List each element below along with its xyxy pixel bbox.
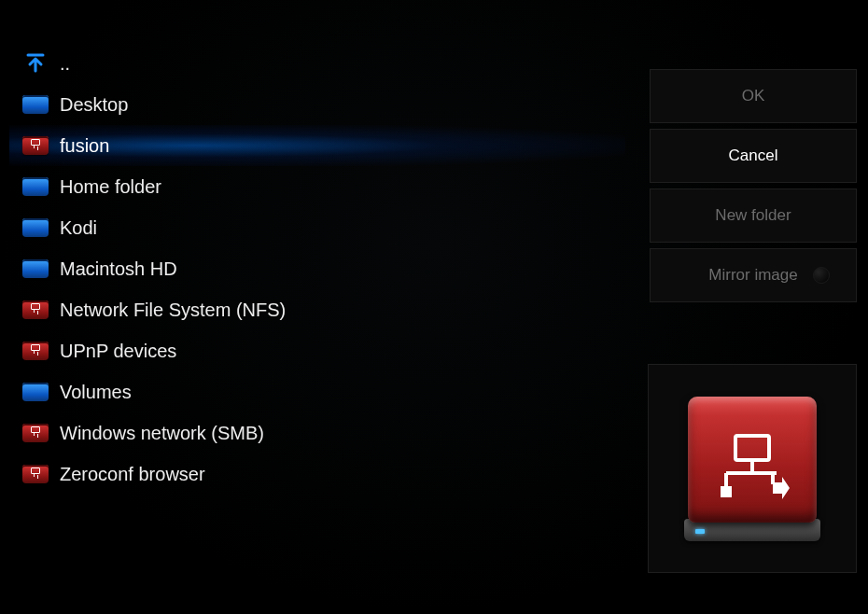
list-item[interactable]: Windows network (SMB) [9, 412, 625, 454]
drive-icon [17, 95, 54, 114]
list-item[interactable]: Home folder [9, 166, 625, 207]
network-drive-icon [17, 136, 54, 155]
list-item-label: Home folder [60, 176, 161, 198]
drive-icon [17, 383, 54, 401]
list-item-label: fusion [60, 135, 109, 157]
list-item[interactable]: Desktop [9, 84, 625, 125]
list-item-parent[interactable]: .. [9, 43, 625, 84]
list-item-label: .. [60, 53, 70, 75]
svg-rect-6 [721, 486, 732, 497]
source-list: .. Desktop fusion Home folder Kodi Macin… [9, 43, 625, 495]
list-item[interactable]: Macintosh HD [9, 248, 625, 289]
ok-button[interactable]: OK [650, 69, 857, 123]
side-panel: OK Cancel New folder Mirror image [650, 69, 857, 308]
preview-thumbnail [648, 364, 857, 573]
new-folder-button[interactable]: New folder [650, 188, 857, 243]
list-item[interactable]: Network File System (NFS) [9, 289, 625, 330]
network-drive-icon [17, 300, 54, 319]
svg-rect-1 [735, 436, 769, 460]
file-browser-root: .. Desktop fusion Home folder Kodi Macin… [0, 0, 868, 614]
network-drive-icon [17, 342, 54, 360]
network-drive-icon [17, 465, 54, 483]
list-item-label: Desktop [60, 94, 128, 116]
svg-marker-7 [773, 477, 790, 499]
list-item[interactable]: Kodi [9, 207, 625, 248]
list-item[interactable]: fusion [9, 125, 625, 166]
toggle-indicator-icon [813, 267, 830, 284]
network-drive-icon [17, 424, 54, 442]
list-item-label: Macintosh HD [60, 258, 177, 280]
list-item[interactable]: Zeroconf browser [9, 454, 625, 495]
list-item-label: Windows network (SMB) [60, 423, 264, 444]
network-drive-large-icon [682, 397, 822, 541]
list-item[interactable]: UPnP devices [9, 330, 625, 371]
drive-icon [17, 218, 54, 237]
drive-icon [17, 177, 54, 196]
list-item-label: UPnP devices [60, 341, 176, 362]
list-item-label: Zeroconf browser [60, 464, 205, 485]
up-arrow-icon [17, 50, 54, 77]
list-item-label: Kodi [60, 217, 97, 239]
list-item-label: Network File System (NFS) [60, 300, 286, 321]
mirror-image-toggle[interactable]: Mirror image [650, 248, 857, 302]
list-item[interactable]: Volumes [9, 371, 625, 412]
drive-icon [17, 259, 54, 278]
list-item-label: Volumes [60, 382, 132, 403]
cancel-button[interactable]: Cancel [650, 129, 857, 183]
